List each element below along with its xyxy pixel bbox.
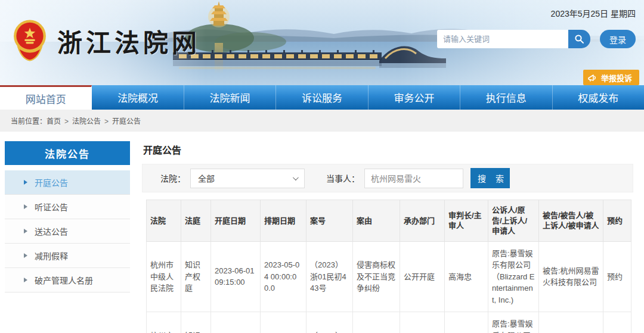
table-cell: 2023-05-04 00:00:00.0 [261,312,306,333]
table-cell: （2023）浙01民初444号 [306,312,353,333]
column-header: 案号 [306,200,353,242]
table-cell: 2023-06-01 09:15:00 [211,241,261,312]
sidebar-item-label: 开庭公告 [35,176,68,188]
column-header: 开庭日期 [211,200,261,242]
sidebar-item-label: 减刑假释 [35,250,68,262]
sidebar-item-3[interactable]: 送达公告 [5,219,130,244]
hearing-notice-table: 法院法庭开庭日期排期日期案号案由承办部门审判长/主审人公诉人/原告/上诉人/申请… [146,200,631,333]
column-header: 承办部门 [400,200,445,242]
nav-tab-3[interactable]: 法院新闻 [184,85,276,110]
party-input[interactable] [364,169,463,188]
nav-tab-4[interactable]: 诉讼服务 [276,85,368,110]
reserve-link[interactable]: 预约 [603,241,631,312]
court-filter-label: 法院： [160,172,185,184]
court-select[interactable]: 全部 [190,169,305,188]
table-cell: 杭州市中级人民法院 [147,241,181,312]
triangle-right-icon [24,180,27,185]
sidebar-title: 法院公告 [5,141,130,165]
triangle-right-icon [24,204,27,209]
site-brand: 浙江法院网 [13,19,200,62]
sidebar-menu: 开庭公告听证公告送达公告减刑假释破产管理人名册 [5,170,130,292]
main-nav: 网站首页法院概况法院新闻诉讼服务审务公开执行信息权威发布 [0,85,644,110]
column-header: 排期日期 [261,200,306,242]
column-header: 案由 [353,200,400,242]
sidebar-item-4[interactable]: 减刑假释 [5,244,130,268]
table-cell: （2023）浙01民初443号 [306,241,353,312]
site-search-input[interactable] [437,30,568,48]
sidebar-item-label: 听证公告 [35,201,68,213]
column-header: 法院 [147,200,181,242]
table-header-row: 法院法庭开庭日期排期日期案号案由承办部门审判长/主审人公诉人/原告/上诉人/申请… [147,200,631,242]
breadcrumb-prefix: 当前位置： [11,116,47,126]
table-cell: 知识产权庭 [181,312,211,333]
column-header: 法庭 [181,200,211,242]
sidebar-item-label: 破产管理人名册 [35,274,93,286]
breadcrumb-separator: > [104,117,109,126]
report-complaint-button[interactable]: 举报投诉 [583,70,639,85]
nav-tab-5[interactable]: 审务公开 [369,85,460,110]
table-cell: 原告:暴雪娱乐有限公司（Blizzard Entertainment, Inc.… [488,312,539,333]
report-complaint-label: 举报投诉 [601,72,632,83]
national-emblem-logo [13,19,47,62]
page-title: 开庭公告 [143,142,633,157]
main-panel: 开庭公告 法院： 全部 当事人： 搜 索 法院法庭开庭日期排期日期案号案由承办部… [142,141,633,333]
sidebar: 法院公告 开庭公告听证公告送达公告减刑假释破产管理人名册 [5,141,130,333]
nav-tab-2[interactable]: 法院概况 [92,85,184,110]
sidebar-item-label: 送达公告 [35,225,68,237]
breadcrumb-link-1[interactable]: 首页 [47,117,61,126]
breadcrumb-link-3[interactable]: 开庭公告 [112,117,141,126]
table-cell: 侵害商标权及不正当竞争纠纷 [353,241,400,312]
megaphone-icon [588,73,597,82]
filter-bar: 法院： 全部 当事人： 搜 索 [142,164,633,192]
triangle-right-icon [24,253,27,258]
triangle-right-icon [24,278,27,282]
table-cell: 公开开庭 [400,241,445,312]
table-cell: 被告:杭州网易雷火科技有限公司 [539,241,603,312]
nav-tab-6[interactable]: 执行信息 [460,85,552,110]
nav-tab-1[interactable]: 网站首页 [0,85,92,110]
column-header: 预约 [603,200,631,242]
table-cell: 著作权侵权纠纷 [353,312,400,333]
column-header: 审判长/主审人 [445,200,488,242]
table-cell: 原告:暴雪娱乐有限公司（Blizzard Entertainment, Inc.… [488,241,539,312]
site-search-button[interactable] [568,30,590,48]
page: 浙江法院网 2023年5月25日 星期四 登录 举报投诉 网站首页法院概况法院新… [0,0,644,333]
table-cell: 高海忠 [445,241,488,312]
table-cell: 2023-06-01 14:30:00 [211,312,261,333]
breadcrumb-separator: > [64,117,69,126]
search-icon [574,34,584,44]
table-cell: 王玲 [445,312,488,333]
column-header: 公诉人/原告/上诉人/申请人 [488,200,539,242]
current-date: 2023年5月25日 星期四 [551,7,636,19]
table-cell: 公开开庭 [400,312,445,333]
party-filter-label: 当事人： [326,172,360,184]
chevron-down-icon [293,175,299,180]
table-row: 杭州市中级人民法院知识产权庭2023-06-01 14:30:002023-05… [147,312,631,333]
nav-tab-7[interactable]: 权威发布 [553,85,644,110]
content: 法院公告 开庭公告听证公告送达公告减刑假释破产管理人名册 开庭公告 法院： 全部… [0,132,644,333]
table-cell: 2023-05-04 00:00:00.0 [261,241,306,312]
banner: 浙江法院网 2023年5月25日 星期四 登录 举报投诉 [0,0,644,85]
table-cell: 杭州市中级人民法院 [147,312,181,333]
triangle-right-icon [24,229,27,234]
table-row: 杭州市中级人民法院知识产权庭2023-06-01 09:15:002023-05… [147,241,631,312]
site-search [437,30,590,48]
column-header: 被告/被告人/被上诉人/被申请人 [539,200,603,242]
reserve-link[interactable]: 预约 [603,312,631,333]
breadcrumb: 当前位置： 首页>法院公告>开庭公告 [0,110,644,132]
sidebar-item-5[interactable]: 破产管理人名册 [5,268,130,292]
table-cell: 被告:杭州网易雷火科技有限公司 [539,312,603,333]
breadcrumb-link-2[interactable]: 法院公告 [72,117,101,126]
table-cell: 知识产权庭 [181,241,211,312]
site-title: 浙江法院网 [57,23,200,59]
court-select-value: 全部 [198,172,215,184]
sidebar-item-1[interactable]: 开庭公告 [5,170,130,195]
search-button[interactable]: 搜 索 [470,168,510,188]
login-button[interactable]: 登录 [600,30,636,48]
sidebar-item-2[interactable]: 听证公告 [5,195,130,219]
